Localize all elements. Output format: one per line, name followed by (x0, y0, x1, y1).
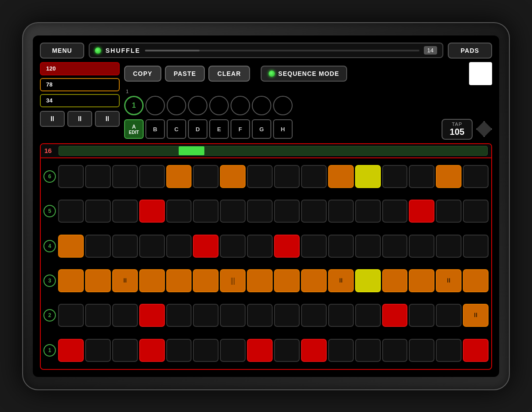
pad-r4-c5[interactable] (166, 235, 192, 258)
pad-r3-c13[interactable] (382, 269, 408, 292)
pad-r1-c4[interactable] (139, 339, 165, 362)
pad-r1-c6[interactable] (193, 339, 219, 362)
step-circle-8[interactable] (273, 96, 293, 115)
pad-r5-c6[interactable] (193, 200, 219, 223)
pad-r5-c2[interactable] (85, 200, 111, 223)
pad-r5-c10[interactable] (301, 200, 327, 223)
pad-r1-c3[interactable] (112, 339, 138, 362)
paste-button[interactable]: PASTE (165, 66, 205, 82)
transport-btn-2[interactable]: ⏸ (67, 111, 92, 127)
pad-r5-c13[interactable] (382, 200, 408, 223)
pad-r3-c3[interactable]: ⏸ (112, 269, 138, 292)
pad-r1-c1[interactable] (58, 339, 84, 362)
pad-r4-c6[interactable] (193, 235, 219, 258)
level-bar-orange[interactable]: 78 (40, 78, 120, 91)
pad-r6-c9[interactable] (274, 165, 300, 188)
step-circle-5[interactable] (209, 96, 229, 115)
pattern-btn-a[interactable]: AEDIT (124, 119, 144, 139)
pad-r4-c3[interactable] (112, 235, 138, 258)
pad-r2-c5[interactable] (166, 304, 192, 327)
tap-box[interactable]: TAP 105 (442, 119, 473, 140)
step-circle-1[interactable]: 1 (124, 96, 144, 115)
pad-r3-c12[interactable] (355, 269, 381, 292)
pad-r6-c15[interactable] (436, 165, 462, 188)
pad-r6-c2[interactable] (85, 165, 111, 188)
step-circle-4[interactable] (188, 96, 207, 115)
pad-r6-c3[interactable] (112, 165, 138, 188)
pattern-btn-c[interactable]: C (167, 119, 186, 139)
pad-r3-c7[interactable]: ||| (220, 269, 246, 292)
shuffle-slider[interactable] (145, 50, 419, 51)
pad-r6-c6[interactable] (193, 165, 219, 188)
pad-r3-c16[interactable] (463, 269, 489, 292)
pad-r5-c11[interactable] (328, 200, 354, 223)
pattern-btn-g[interactable]: G (252, 119, 271, 139)
pad-r2-c6[interactable] (193, 304, 219, 327)
pad-r2-c8[interactable] (247, 304, 273, 327)
pad-r6-c16[interactable] (463, 165, 489, 188)
pad-r1-c2[interactable] (85, 339, 111, 362)
pad-r2-c11[interactable] (328, 304, 354, 327)
pad-r5-c1[interactable] (58, 200, 84, 223)
pad-r4-c7[interactable] (220, 235, 246, 258)
pad-r1-c7[interactable] (220, 339, 246, 362)
pad-r2-c14[interactable] (409, 304, 434, 327)
pad-r1-c15[interactable] (436, 339, 462, 362)
pad-r3-c10[interactable] (301, 269, 327, 292)
transport-btn-1[interactable]: ⏸ (40, 111, 65, 127)
step-circle-3[interactable] (167, 96, 186, 115)
pattern-btn-e[interactable]: E (209, 119, 229, 139)
pad-r2-c12[interactable] (355, 304, 381, 327)
pad-r5-c16[interactable] (463, 200, 489, 223)
pad-r3-c2[interactable] (85, 269, 111, 292)
pad-r4-c8[interactable] (247, 235, 273, 258)
pad-r2-c3[interactable] (112, 304, 138, 327)
pad-r3-c8[interactable] (247, 269, 273, 292)
grid-progress-bar[interactable] (59, 146, 488, 156)
pad-r5-c3[interactable] (112, 200, 138, 223)
level-bar-yellow[interactable]: 34 (40, 94, 120, 107)
pad-r1-c9[interactable] (274, 339, 300, 362)
pad-r1-c14[interactable] (409, 339, 434, 362)
pad-r3-c1[interactable] (58, 269, 84, 292)
pad-r6-c11[interactable] (328, 165, 354, 188)
pad-r6-c1[interactable] (58, 165, 84, 188)
pad-r5-c5[interactable] (166, 200, 192, 223)
pad-r4-c2[interactable] (85, 235, 111, 258)
pad-r4-c1[interactable] (58, 235, 84, 258)
pad-r4-c4[interactable] (139, 235, 165, 258)
pattern-btn-f[interactable]: F (231, 119, 250, 139)
pad-r1-c8[interactable] (247, 339, 273, 362)
pad-r5-c15[interactable] (436, 200, 462, 223)
pad-r2-c16[interactable]: ⏸ (463, 304, 489, 327)
step-circle-2[interactable] (145, 96, 165, 115)
pad-r1-c12[interactable] (355, 339, 381, 362)
pad-r2-c15[interactable] (436, 304, 462, 327)
pad-r3-c15[interactable]: ⏸ (436, 269, 462, 292)
pad-r6-c4[interactable] (139, 165, 165, 188)
pad-r4-c12[interactable] (355, 235, 381, 258)
pattern-btn-d[interactable]: D (188, 119, 207, 139)
pad-r4-c13[interactable] (382, 235, 408, 258)
step-circle-7[interactable] (252, 96, 271, 115)
pad-r1-c11[interactable] (328, 339, 354, 362)
pad-r6-c8[interactable] (247, 165, 273, 188)
pad-r4-c11[interactable] (328, 235, 354, 258)
pad-r6-c5[interactable] (166, 165, 192, 188)
pad-r6-c14[interactable] (409, 165, 434, 188)
copy-button[interactable]: COPY (124, 66, 161, 82)
pad-r4-c9[interactable] (274, 235, 300, 258)
pad-r5-c4[interactable] (139, 200, 165, 223)
pad-r2-c13[interactable] (382, 304, 408, 327)
pad-r5-c12[interactable] (355, 200, 381, 223)
sequence-mode-button[interactable]: SEQUENCE MODE (261, 66, 347, 82)
pad-r1-c10[interactable] (301, 339, 327, 362)
pad-r6-c10[interactable] (301, 165, 327, 188)
pad-r1-c16[interactable] (463, 339, 489, 362)
pad-r3-c11[interactable]: ⏸ (328, 269, 354, 292)
level-bar-red[interactable]: 120 (40, 62, 120, 75)
pad-r1-c13[interactable] (382, 339, 408, 362)
pads-button[interactable]: PADS (448, 43, 492, 59)
menu-button[interactable]: MENU (40, 43, 84, 59)
pad-r4-c10[interactable] (301, 235, 327, 258)
